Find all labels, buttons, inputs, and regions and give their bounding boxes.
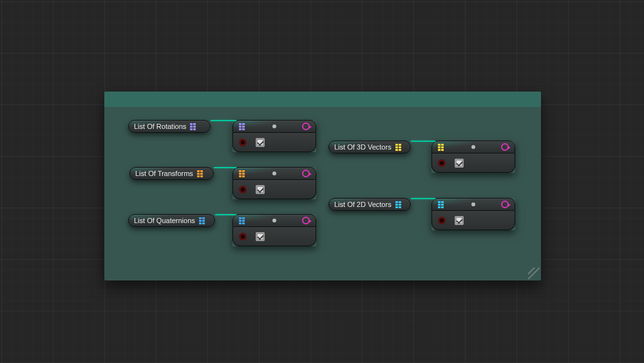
dot-port-icon[interactable] — [471, 202, 475, 206]
toggle-checkbox[interactable] — [455, 159, 464, 168]
dot-port-icon[interactable] — [272, 124, 276, 128]
node-label: List Of Transforms — [135, 170, 193, 177]
record-port-icon[interactable] — [239, 139, 247, 146]
node-link[interactable] — [211, 120, 236, 121]
operator-node-op5[interactable] — [431, 198, 515, 230]
operator-node-op4[interactable] — [431, 141, 515, 173]
input-list-port-icon[interactable] — [438, 201, 446, 208]
operator-body — [232, 133, 316, 152]
dot-port-icon[interactable] — [272, 172, 276, 175]
node-label: List Of Rotations — [134, 123, 186, 130]
record-port-icon[interactable] — [438, 159, 446, 167]
node-link[interactable] — [215, 214, 236, 215]
operator-body — [232, 227, 316, 246]
node-link[interactable] — [411, 141, 435, 142]
operator-header[interactable] — [232, 120, 316, 133]
output-exec-port-icon[interactable] — [501, 143, 509, 151]
source-node-transforms[interactable]: List Of Transforms — [129, 167, 214, 180]
operator-node-op3[interactable] — [232, 214, 316, 246]
operator-header[interactable] — [232, 167, 316, 180]
source-node-vectors2d[interactable]: List Of 2D Vectors — [328, 198, 411, 211]
node-label: List Of 2D Vectors — [334, 201, 392, 208]
operator-header[interactable] — [431, 198, 515, 211]
output-exec-port-icon[interactable] — [302, 170, 310, 177]
node-link[interactable] — [411, 198, 435, 199]
dot-port-icon[interactable] — [272, 219, 276, 222]
output-exec-port-icon[interactable] — [501, 201, 509, 208]
operator-node-op1[interactable] — [232, 120, 316, 152]
output-list-port-icon[interactable] — [197, 170, 205, 177]
input-list-port-icon[interactable] — [239, 170, 247, 177]
output-list-port-icon[interactable] — [190, 123, 198, 130]
input-list-port-icon[interactable] — [239, 217, 247, 224]
source-node-rotations[interactable]: List Of Rotations — [128, 120, 211, 133]
operator-body — [431, 153, 515, 173]
record-port-icon[interactable] — [239, 186, 247, 193]
output-list-port-icon[interactable] — [395, 201, 403, 208]
toggle-checkbox[interactable] — [256, 185, 265, 194]
operator-body — [232, 180, 316, 199]
record-port-icon[interactable] — [239, 233, 247, 240]
output-exec-port-icon[interactable] — [302, 123, 310, 130]
input-list-port-icon[interactable] — [438, 143, 446, 151]
output-list-port-icon[interactable] — [199, 217, 207, 224]
operator-header[interactable] — [232, 214, 316, 227]
toggle-checkbox[interactable] — [455, 216, 464, 225]
node-label: List Of Quaternions — [134, 217, 195, 224]
toggle-checkbox[interactable] — [256, 138, 265, 147]
record-port-icon[interactable] — [438, 217, 446, 224]
operator-body — [431, 211, 515, 230]
node-label: List Of 3D Vectors — [334, 143, 392, 151]
dot-port-icon[interactable] — [471, 145, 475, 149]
node-link[interactable] — [214, 167, 236, 168]
source-node-vectors3d[interactable]: List Of 3D Vectors — [328, 141, 411, 153]
output-exec-port-icon[interactable] — [302, 217, 310, 224]
source-node-quaternions[interactable]: List Of Quaternions — [128, 214, 215, 227]
input-list-port-icon[interactable] — [239, 123, 247, 130]
operator-header[interactable] — [431, 141, 515, 153]
toggle-checkbox[interactable] — [256, 232, 265, 241]
resize-handle-icon[interactable] — [528, 268, 540, 279]
operator-node-op2[interactable] — [232, 167, 316, 199]
output-list-port-icon[interactable] — [395, 143, 403, 151]
